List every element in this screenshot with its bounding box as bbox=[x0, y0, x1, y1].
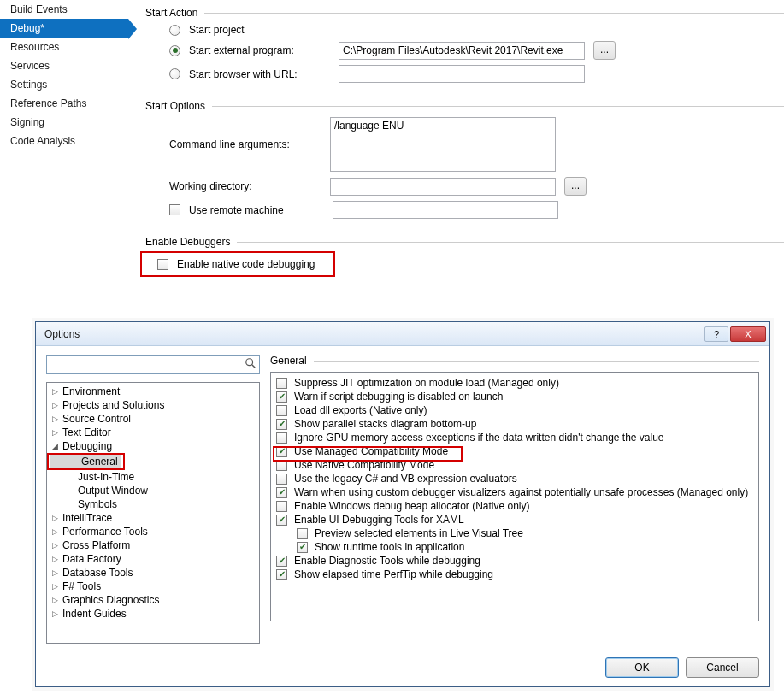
enable-debuggers-group: Enable Debuggers Enable native code debu… bbox=[145, 236, 784, 277]
option-checkbox[interactable] bbox=[276, 419, 287, 430]
start-options-group: Start Options Command line arguments: /l… bbox=[145, 100, 784, 224]
tree-item-just-in-time[interactable]: Just-In-Time bbox=[47, 470, 259, 484]
option-checkbox[interactable] bbox=[276, 569, 287, 580]
tree-item-symbols[interactable]: Symbols bbox=[47, 497, 259, 511]
nav-resources[interactable]: Resources bbox=[0, 38, 128, 56]
tree-item-label: IntelliTrace bbox=[62, 512, 112, 524]
general-group: General bbox=[270, 355, 759, 367]
start-project-radio[interactable] bbox=[169, 25, 180, 36]
option-label: Preview selected elements in Live Visual… bbox=[315, 527, 523, 539]
nav-services[interactable]: Services bbox=[0, 56, 128, 75]
option-label: Load dll exports (Native only) bbox=[294, 404, 427, 416]
option-label: Warn when using custom debugger visualiz… bbox=[294, 486, 748, 498]
nav-build-events[interactable]: Build Events bbox=[0, 0, 128, 19]
option-checkbox[interactable] bbox=[276, 515, 287, 526]
option-checkbox[interactable] bbox=[276, 432, 287, 444]
option-checkbox[interactable] bbox=[276, 405, 287, 416]
start-external-radio[interactable] bbox=[169, 45, 180, 56]
tree-item-debugging[interactable]: ◢Debugging bbox=[47, 439, 259, 453]
nav-code-analysis[interactable]: Code Analysis bbox=[0, 132, 128, 150]
option-row: Show elapsed time PerfTip while debuggin… bbox=[273, 568, 757, 581]
workdir-label: Working directory: bbox=[169, 180, 321, 192]
option-checkbox[interactable] bbox=[297, 528, 308, 539]
tree-item-performance-tools[interactable]: ▷Performance Tools bbox=[47, 525, 259, 538]
dialog-help-button[interactable]: ? bbox=[704, 326, 728, 342]
nav-settings[interactable]: Settings bbox=[0, 75, 128, 94]
option-checkbox[interactable] bbox=[276, 446, 287, 457]
external-program-browse[interactable]: ... bbox=[593, 41, 616, 60]
cmd-args-input[interactable]: /language ENU bbox=[330, 117, 556, 172]
tree-item-projects-and-solutions[interactable]: ▷Projects and Solutions bbox=[47, 398, 259, 412]
option-row: Enable UI Debugging Tools for XAML bbox=[273, 513, 757, 526]
tree-item-environment[interactable]: ▷Environment bbox=[47, 385, 259, 398]
options-dialog: Options ? X ▷Environment▷Projects and So… bbox=[35, 321, 770, 687]
start-action-group: Start Action Start project Start externa… bbox=[145, 7, 784, 88]
option-checkbox[interactable] bbox=[276, 501, 287, 512]
general-legend: General bbox=[270, 355, 314, 367]
tree-item-cross-platform[interactable]: ▷Cross Platform bbox=[47, 538, 259, 552]
tree-item-f-tools[interactable]: ▷F# Tools bbox=[47, 579, 259, 593]
options-search-input[interactable] bbox=[46, 355, 260, 374]
option-label: Enable Windows debug heap allocator (Nat… bbox=[294, 500, 530, 512]
tree-item-label: Projects and Solutions bbox=[62, 399, 164, 411]
option-label: Warn if script debugging is disabled on … bbox=[294, 391, 503, 403]
option-row: Use the legacy C# and VB expression eval… bbox=[273, 472, 757, 485]
cancel-button[interactable]: Cancel bbox=[686, 657, 759, 678]
nav-debug[interactable]: Debug* bbox=[0, 19, 128, 38]
tree-item-intellitrace[interactable]: ▷IntelliTrace bbox=[47, 511, 259, 525]
remote-machine-label: Use remote machine bbox=[189, 204, 324, 216]
option-label: Show runtime tools in application bbox=[315, 541, 464, 553]
browser-url-input[interactable] bbox=[339, 65, 585, 83]
tree-item-label: Debugging bbox=[62, 440, 112, 452]
remote-machine-input[interactable] bbox=[333, 201, 558, 219]
native-debug-checkbox[interactable] bbox=[157, 259, 168, 270]
triangle-right-icon: ▷ bbox=[52, 541, 61, 550]
option-checkbox[interactable] bbox=[276, 460, 287, 471]
option-checkbox[interactable] bbox=[276, 474, 287, 485]
workdir-input[interactable] bbox=[330, 178, 556, 196]
option-row: Ignore GPU memory access exceptions if t… bbox=[273, 431, 757, 444]
option-checkbox[interactable] bbox=[276, 487, 287, 498]
start-browser-radio[interactable] bbox=[169, 68, 180, 79]
option-label: Suppress JIT optimization on module load… bbox=[294, 377, 559, 389]
option-checkbox[interactable] bbox=[297, 542, 308, 553]
option-row: Show parallel stacks diagram bottom-up bbox=[273, 417, 757, 431]
remote-machine-checkbox[interactable] bbox=[169, 204, 180, 215]
option-checkbox[interactable] bbox=[276, 556, 287, 567]
option-row: Warn if script debugging is disabled on … bbox=[273, 390, 757, 403]
triangle-right-icon: ▷ bbox=[52, 527, 61, 536]
option-label: Use Managed Compatibility Mode bbox=[294, 445, 448, 457]
triangle-right-icon: ▷ bbox=[52, 514, 61, 522]
options-right-pane: General Suppress JIT optimization on mod… bbox=[270, 355, 759, 644]
nav-signing[interactable]: Signing bbox=[0, 113, 128, 132]
ok-button[interactable]: OK bbox=[605, 657, 679, 678]
nav-reference-paths[interactable]: Reference Paths bbox=[0, 94, 128, 113]
tree-item-graphics-diagnostics[interactable]: ▷Graphics Diagnostics bbox=[47, 593, 259, 607]
tree-item-data-factory[interactable]: ▷Data Factory bbox=[47, 552, 259, 566]
triangle-right-icon: ▷ bbox=[52, 596, 61, 604]
tree-item-text-editor[interactable]: ▷Text Editor bbox=[47, 426, 259, 439]
tree-item-source-control[interactable]: ▷Source Control bbox=[47, 412, 259, 426]
general-options-list[interactable]: Suppress JIT optimization on module load… bbox=[271, 373, 758, 621]
option-label: Enable Diagnostic Tools while debugging bbox=[294, 555, 480, 567]
tree-item-label: Database Tools bbox=[62, 567, 133, 579]
dialog-close-button[interactable]: X bbox=[730, 326, 766, 342]
options-tree-pane: ▷Environment▷Projects and Solutions▷Sour… bbox=[46, 382, 260, 644]
native-debug-label: Enable native code debugging bbox=[177, 258, 315, 270]
tree-item-label: Indent Guides bbox=[62, 608, 127, 620]
tree-item-label: General bbox=[81, 456, 118, 468]
tree-item-indent-guides[interactable]: ▷Indent Guides bbox=[47, 607, 259, 621]
project-properties-nav: Build Events Debug* Resources Services S… bbox=[0, 0, 128, 150]
tree-item-general[interactable]: General bbox=[50, 455, 121, 468]
tree-item-label: Symbols bbox=[78, 498, 117, 510]
start-action-legend: Start Action bbox=[145, 7, 204, 19]
dialog-titlebar[interactable]: Options ? X bbox=[36, 322, 769, 346]
external-program-path[interactable] bbox=[339, 42, 585, 60]
cmd-args-label: Command line arguments: bbox=[169, 138, 321, 150]
tree-item-output-window[interactable]: Output Window bbox=[47, 484, 259, 497]
option-checkbox[interactable] bbox=[276, 391, 287, 403]
options-tree-scroll[interactable]: ▷Environment▷Projects and Solutions▷Sour… bbox=[47, 383, 259, 643]
option-checkbox[interactable] bbox=[276, 378, 287, 389]
tree-item-database-tools[interactable]: ▷Database Tools bbox=[47, 566, 259, 579]
workdir-browse[interactable]: ... bbox=[564, 177, 587, 196]
